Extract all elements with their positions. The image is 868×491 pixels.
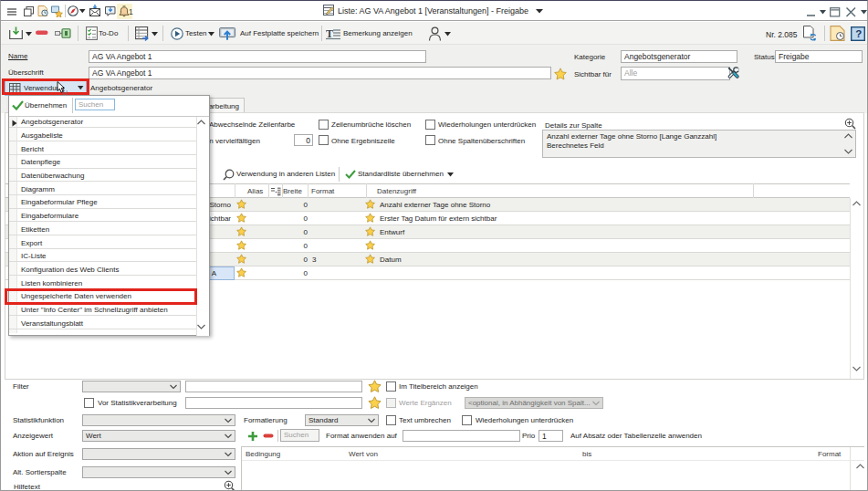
- svg-text:?: ?: [855, 28, 862, 39]
